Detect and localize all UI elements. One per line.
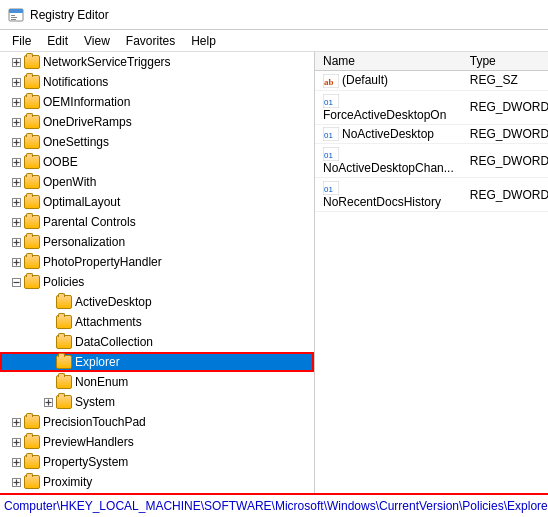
folder-icon <box>24 135 40 149</box>
svg-text:01: 01 <box>324 185 333 194</box>
expander-icon[interactable] <box>40 314 56 330</box>
svg-rect-4 <box>11 19 16 20</box>
folder-icon <box>24 195 40 209</box>
tree-item-propertysystem[interactable]: PropertySystem <box>0 452 314 472</box>
tree-item-label: PreviewHandlers <box>43 435 134 449</box>
tree-item-notifications[interactable]: Notifications <box>0 72 314 92</box>
expander-icon[interactable] <box>8 474 24 490</box>
expander-icon[interactable] <box>8 174 24 190</box>
tree-pane: NetworkServiceTriggersNotificationsOEMIn… <box>0 52 315 493</box>
reg-type: REG_DWORD <box>462 124 548 144</box>
tree-item-label: PropertySystem <box>43 455 128 469</box>
tree-item-pushnotifications[interactable]: PushNotifications <box>0 492 314 493</box>
expander-icon[interactable] <box>8 434 24 450</box>
menu-edit[interactable]: Edit <box>39 32 76 49</box>
expander-icon[interactable] <box>8 94 24 110</box>
menu-help[interactable]: Help <box>183 32 224 49</box>
tree-item-proximity[interactable]: Proximity <box>0 472 314 492</box>
menu-view[interactable]: View <box>76 32 118 49</box>
tree-item-label: Personalization <box>43 235 125 249</box>
expander-icon[interactable] <box>8 234 24 250</box>
menu-file[interactable]: File <box>4 32 39 49</box>
tree-item-openwith[interactable]: OpenWith <box>0 172 314 192</box>
status-bar: Computer\HKEY_LOCAL_MACHINE\SOFTWARE\Mic… <box>0 493 548 517</box>
col-name: Name <box>315 52 462 71</box>
folder-icon <box>24 475 40 489</box>
tree-item-label: ActiveDesktop <box>75 295 152 309</box>
table-row[interactable]: 01NoActiveDesktopREG_DWORD <box>315 124 548 144</box>
table-row[interactable]: 01NoRecentDocsHistoryREG_DWORD <box>315 178 548 212</box>
folder-icon <box>24 175 40 189</box>
status-path: Computer\HKEY_LOCAL_MACHINE\SOFTWARE\Mic… <box>4 499 548 513</box>
tree-item-system[interactable]: System <box>0 392 314 412</box>
menu-favorites[interactable]: Favorites <box>118 32 183 49</box>
expander-icon[interactable] <box>8 134 24 150</box>
tree-item-label: OneSettings <box>43 135 109 149</box>
folder-icon <box>24 75 40 89</box>
expander-icon[interactable] <box>8 54 24 70</box>
expander-icon[interactable] <box>8 414 24 430</box>
expander-icon[interactable] <box>8 274 24 290</box>
expander-icon[interactable] <box>8 194 24 210</box>
folder-icon <box>56 355 72 369</box>
tree-item-photopropertyhandler[interactable]: PhotoPropertyHandler <box>0 252 314 272</box>
tree-item-onesettings[interactable]: OneSettings <box>0 132 314 152</box>
tree-item-label: OpenWith <box>43 175 96 189</box>
expander-icon[interactable] <box>8 154 24 170</box>
tree-item-oobe[interactable]: OOBE <box>0 152 314 172</box>
tree-item-networkservicetriggers[interactable]: NetworkServiceTriggers <box>0 52 314 72</box>
expander-icon[interactable] <box>40 374 56 390</box>
expander-icon[interactable] <box>8 454 24 470</box>
tree-item-onedriveramps[interactable]: OneDriveRamps <box>0 112 314 132</box>
tree-item-explorer[interactable]: Explorer <box>0 352 314 372</box>
tree-item-label: OneDriveRamps <box>43 115 132 129</box>
right-pane[interactable]: Name Type Data ab(Default)REG_SZ01ForceA… <box>315 52 548 493</box>
app-title: Registry Editor <box>30 8 109 22</box>
tree-item-precisiontouchpad[interactable]: PrecisionTouchPad <box>0 412 314 432</box>
registry-icon <box>8 7 24 23</box>
tree-item-label: NonEnum <box>75 375 128 389</box>
expander-icon[interactable] <box>40 394 56 410</box>
tree-item-previewhandlers[interactable]: PreviewHandlers <box>0 432 314 452</box>
folder-icon <box>24 255 40 269</box>
table-row[interactable]: 01NoActiveDesktopChan...REG_DWORD <box>315 144 548 178</box>
tree-item-nonenum[interactable]: NonEnum <box>0 372 314 392</box>
expander-icon[interactable] <box>8 114 24 130</box>
expander-icon[interactable] <box>40 294 56 310</box>
folder-icon <box>56 315 72 329</box>
folder-icon <box>56 395 72 409</box>
svg-text:01: 01 <box>324 131 333 140</box>
expander-icon[interactable] <box>8 254 24 270</box>
expander-icon[interactable] <box>8 74 24 90</box>
tree-item-policies[interactable]: Policies <box>0 272 314 292</box>
tree-item-attachments[interactable]: Attachments <box>0 312 314 332</box>
tree-item-label: PrecisionTouchPad <box>43 415 146 429</box>
tree-item-activedesktop[interactable]: ActiveDesktop <box>0 292 314 312</box>
tree-item-personalization[interactable]: Personalization <box>0 232 314 252</box>
col-type: Type <box>462 52 548 71</box>
tree-item-datacollection[interactable]: DataCollection <box>0 332 314 352</box>
reg-type: REG_DWORD <box>462 90 548 124</box>
main-content: NetworkServiceTriggersNotificationsOEMIn… <box>0 52 548 493</box>
table-row[interactable]: ab(Default)REG_SZ <box>315 71 548 91</box>
table-row[interactable]: 01ForceActiveDesktopOnREG_DWORD <box>315 90 548 124</box>
tree-item-label: System <box>75 395 115 409</box>
tree-scroll[interactable]: NetworkServiceTriggersNotificationsOEMIn… <box>0 52 314 493</box>
tree-item-label: OEMInformation <box>43 95 130 109</box>
tree-item-oeminformation[interactable]: OEMInformation <box>0 92 314 112</box>
expander-icon[interactable] <box>40 334 56 350</box>
tree-item-parentalcontrols[interactable]: Parental Controls <box>0 212 314 232</box>
reg-type: REG_DWORD <box>462 144 548 178</box>
folder-icon <box>56 375 72 389</box>
folder-icon <box>24 235 40 249</box>
folder-icon <box>24 155 40 169</box>
tree-item-label: Parental Controls <box>43 215 136 229</box>
tree-item-label: Attachments <box>75 315 142 329</box>
expander-icon[interactable] <box>8 214 24 230</box>
reg-type: REG_DWORD <box>462 178 548 212</box>
svg-rect-3 <box>11 17 17 18</box>
reg-name: 01NoActiveDesktopChan... <box>315 144 462 178</box>
tree-item-optimallayout[interactable]: OptimalLayout <box>0 192 314 212</box>
expander-icon[interactable] <box>40 354 56 370</box>
tree-item-label: Policies <box>43 275 84 289</box>
